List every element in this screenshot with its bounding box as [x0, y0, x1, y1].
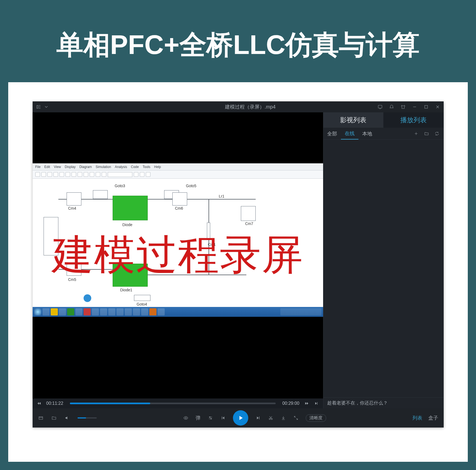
block-label-goto4: Goto4 [137, 302, 147, 306]
rewind-icon[interactable] [36, 401, 42, 406]
sidebar-tabs-secondary: 全部 在线 本地 [323, 128, 444, 140]
danmu-toggle[interactable]: 弹 [196, 415, 201, 421]
open-simple-icon[interactable] [38, 415, 44, 421]
block-label-cm4: Cm4 [68, 206, 76, 210]
playlist-content [323, 140, 444, 397]
svg-point-25 [210, 418, 211, 419]
volume-icon[interactable] [64, 415, 70, 421]
player-controls: 弹 清晰度 列表 盒子 [33, 408, 444, 428]
block-goto3 [93, 190, 108, 199]
add-icon[interactable] [414, 131, 419, 136]
svg-point-24 [209, 417, 210, 418]
video-player-window: 建模过程（录屏）.mp4 [33, 101, 444, 428]
refresh-icon[interactable] [434, 131, 440, 136]
svg-line-38 [296, 418, 298, 420]
block-label-goto3: Goto3 [115, 184, 125, 188]
download-icon[interactable] [281, 415, 286, 421]
fast-forward-icon[interactable] [304, 401, 309, 406]
svg-marker-13 [307, 402, 308, 405]
folder-add-icon[interactable] [424, 131, 429, 136]
block-cm6 [172, 192, 187, 206]
open-folder-icon[interactable] [51, 415, 57, 421]
window-title: 建模过程（录屏）.mp4 [124, 104, 377, 110]
block-label-cm6: Cm6 [175, 206, 183, 210]
svg-rect-0 [37, 106, 38, 109]
next-icon[interactable] [255, 415, 261, 421]
block-cin1 [207, 223, 210, 240]
simulink-window: File Edit View Display Diagram Simulatio… [33, 163, 323, 317]
tab-media-library[interactable]: 影视列表 [323, 112, 384, 128]
eye-icon[interactable] [183, 415, 189, 421]
svg-rect-4 [378, 105, 382, 108]
svg-marker-14 [315, 402, 317, 405]
time-current: 00:11:22 [46, 401, 63, 406]
block-label-diode: Diode [122, 223, 133, 227]
previous-icon[interactable] [220, 415, 226, 421]
close-icon[interactable] [435, 104, 440, 110]
block-label-cm5: Cm5 [68, 277, 76, 282]
playlist-sidebar: 影视列表 播放列表 全部 在线 本地 [323, 112, 444, 408]
notify-icon[interactable] [389, 104, 394, 110]
step-end-icon[interactable] [314, 401, 319, 406]
view-list-button[interactable]: 列表 [412, 415, 422, 421]
progress-bar: 00:11:22 00:29:00 [33, 398, 323, 408]
volume-slider[interactable] [78, 417, 97, 418]
svg-line-37 [294, 416, 296, 418]
progress-track[interactable] [70, 403, 276, 404]
video-area[interactable]: File Edit View Display Diagram Simulatio… [33, 112, 323, 408]
chevron-down-icon[interactable] [44, 104, 49, 110]
svg-marker-10 [38, 402, 39, 405]
svg-point-21 [185, 417, 186, 419]
title-bar: 建模过程（录屏）.mp4 [33, 101, 444, 112]
block-diode [113, 196, 148, 220]
block-cm4 [67, 192, 81, 206]
simulink-toolbar [33, 170, 323, 179]
block-goto4 [134, 295, 150, 301]
block-diode1 [113, 264, 148, 287]
block-label-lr1: Lr1 [219, 194, 224, 198]
view-box-button[interactable]: 盒子 [428, 415, 438, 421]
tab-local[interactable]: 本地 [358, 128, 376, 139]
block-cm7 [241, 206, 256, 221]
maximize-icon[interactable] [423, 104, 429, 110]
svg-rect-7 [424, 106, 427, 109]
simulink-canvas: Goto3 Goto5 Cm4 Diode Cm6 Lr1 Cin1 Cm7 C… [33, 179, 323, 307]
block-transformer [44, 217, 58, 255]
block-label-cm7: Cm7 [245, 221, 253, 226]
block-label-diode1: Diode1 [120, 288, 132, 292]
svg-marker-11 [39, 402, 41, 405]
menu-icon[interactable] [36, 104, 41, 110]
time-total: 00:29:00 [282, 401, 299, 406]
block-label-cin1: Cin1 [208, 242, 216, 247]
block-cm5 [67, 263, 81, 276]
skin-icon[interactable] [400, 104, 406, 110]
page-title: 单相PFC+全桥LLC仿真与计算 [56, 27, 420, 63]
settings-sliders-icon[interactable] [208, 415, 213, 421]
sidebar-footer-text: 趁着老婆不在，你还忍什么？ [323, 397, 444, 408]
svg-rect-18 [39, 417, 43, 420]
tab-playlist[interactable]: 播放列表 [383, 112, 444, 128]
snip-icon[interactable] [268, 415, 273, 421]
sidebar-tabs-primary: 影视列表 播放列表 [323, 112, 444, 128]
svg-marker-26 [223, 417, 224, 420]
svg-marker-20 [65, 417, 67, 420]
play-button[interactable] [233, 410, 248, 426]
cursor-dot [84, 294, 91, 302]
feedback-icon[interactable] [377, 104, 383, 110]
svg-marker-29 [257, 417, 258, 420]
windows-taskbar [33, 307, 323, 317]
block-label-goto5: Goto5 [186, 184, 196, 188]
simulink-menu-bar: File Edit View Display Diagram Simulatio… [33, 163, 323, 170]
quality-button[interactable]: 清晰度 [306, 414, 326, 422]
tab-online[interactable]: 在线 [341, 128, 358, 139]
svg-marker-28 [239, 416, 243, 420]
tab-all[interactable]: 全部 [323, 128, 341, 139]
svg-marker-12 [305, 402, 306, 405]
fullscreen-icon[interactable] [293, 415, 299, 421]
minimize-icon[interactable] [412, 104, 417, 110]
